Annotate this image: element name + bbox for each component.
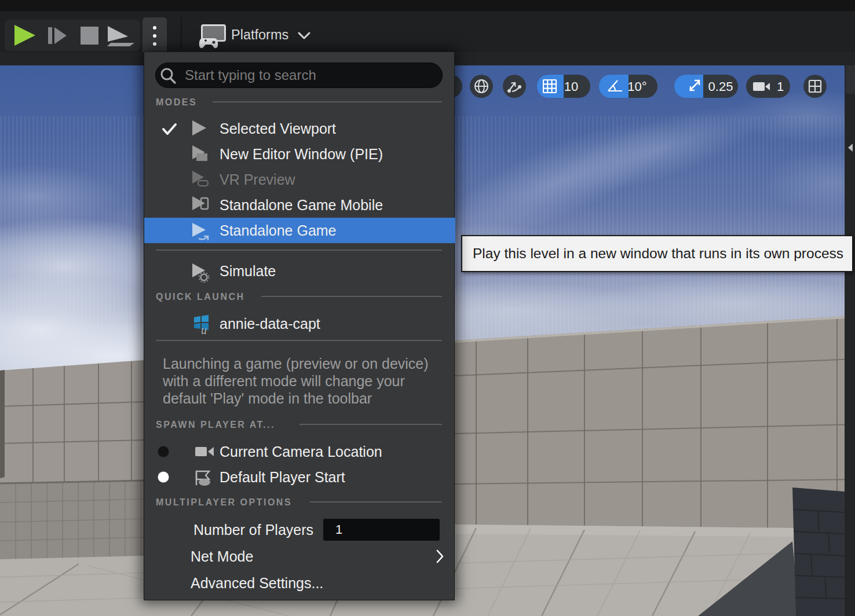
svg-text:10: 10 <box>564 79 578 94</box>
svg-text:1: 1 <box>777 79 784 94</box>
svg-text:u: u <box>201 324 207 336</box>
svg-text:0.25: 0.25 <box>708 79 733 94</box>
svg-text:10°: 10° <box>627 79 646 94</box>
